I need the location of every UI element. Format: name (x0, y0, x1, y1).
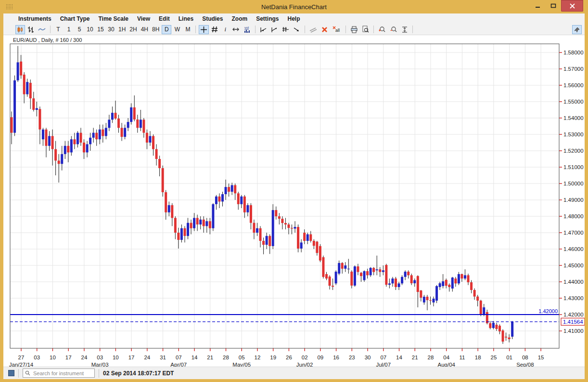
candle (83, 143, 85, 152)
price-axis-label: 1.52000 (563, 148, 584, 154)
menu-item-lines[interactable]: Lines (174, 15, 198, 22)
candle (243, 197, 246, 212)
candle (168, 205, 170, 212)
arrow-tool-button[interactable] (292, 25, 302, 34)
parallel-lines-button[interactable] (308, 25, 319, 34)
info-button[interactable]: i (220, 25, 230, 34)
candle (77, 133, 79, 145)
price-axis[interactable]: 1.580001.570001.560001.550001.540001.530… (559, 50, 585, 334)
timeframe-button-1[interactable]: 1 (64, 25, 74, 34)
candle (372, 268, 375, 272)
price-axis-label: 1.41000 (563, 328, 584, 334)
candle (489, 323, 491, 328)
candle (218, 197, 220, 202)
candle (429, 300, 432, 301)
ray-line-tool-button[interactable] (269, 25, 280, 34)
menu-item-help[interactable]: Help (283, 15, 304, 22)
ohlc-bar-chart-button[interactable] (26, 25, 36, 34)
zoom-in-button[interactable] (377, 25, 387, 34)
window-title: NetDania FinanceChart (0, 3, 588, 11)
candle (180, 228, 183, 240)
menu-item-settings[interactable]: Settings (252, 15, 283, 22)
timeframe-button-4h[interactable]: 4H (140, 25, 150, 34)
menu-item-edit[interactable]: Edit (154, 15, 174, 22)
timeframe-button-m[interactable]: M (183, 25, 192, 34)
timeframe-button-30[interactable]: 30 (106, 25, 116, 34)
timeframe-button-5[interactable]: 5 (75, 25, 84, 34)
close-button[interactable] (561, 0, 583, 12)
candle (344, 265, 346, 269)
menu-item-zoom[interactable]: Zoom (227, 15, 252, 22)
price-axis-label: 1.51000 (563, 164, 584, 170)
chart-svg[interactable]: 1.420001.580001.570001.560001.550001.540… (3, 35, 585, 367)
day-tick-label: 27 (18, 355, 25, 360)
candle (199, 220, 202, 224)
crosshair-button[interactable] (199, 25, 209, 34)
candle (445, 280, 447, 286)
candle (237, 193, 240, 204)
timeframe-button-1h[interactable]: 1H (117, 25, 127, 34)
candle (332, 286, 334, 287)
timeframe-button-10[interactable]: 10 (85, 25, 95, 34)
trendline-tool-button[interactable] (258, 25, 268, 34)
candle (193, 218, 195, 228)
candle (174, 218, 177, 233)
price-axis-label: 1.53000 (563, 132, 584, 137)
toolbar-separator (195, 26, 196, 33)
menu-item-chart-type[interactable]: Chart Type (56, 15, 94, 22)
menu-item-view[interactable]: View (133, 15, 154, 22)
fit-vertical-button[interactable] (400, 25, 409, 34)
search-box[interactable] (23, 369, 95, 378)
print-preview-button[interactable] (360, 25, 371, 34)
delete-line-button[interactable] (320, 25, 329, 34)
parallel-channel-tool-button[interactable] (281, 25, 291, 34)
print-button[interactable] (349, 25, 359, 34)
search-input[interactable] (32, 370, 92, 377)
candle (121, 128, 123, 137)
line-chart-button[interactable] (37, 25, 47, 34)
day-tick-label: 10 (50, 355, 56, 360)
candle (435, 286, 438, 301)
candle (297, 227, 299, 249)
pin-button[interactable] (572, 25, 582, 34)
timeframe-button-2h[interactable]: 2H (128, 25, 138, 34)
candle (221, 194, 224, 201)
zoom-out-button[interactable] (388, 25, 399, 34)
menu-item-time-scale[interactable]: Time Scale (94, 15, 132, 22)
candle (382, 270, 384, 272)
candle (492, 323, 495, 328)
price-axis-label: 1.49000 (563, 197, 584, 203)
timeframe-button-15[interactable]: 15 (96, 25, 105, 34)
maximize-button[interactable] (546, 0, 561, 12)
timeframe-button-8h[interactable]: 8H (151, 25, 161, 34)
day-tick-label: 14 (192, 355, 198, 360)
timeframe-button-t[interactable]: T (53, 25, 63, 34)
candle (89, 138, 91, 145)
candle (335, 272, 337, 283)
menu-item-studies[interactable]: Studies (198, 15, 227, 22)
delete-all-lines-button[interactable]: all (330, 25, 343, 34)
title-bar[interactable]: NetDania FinanceChart (0, 0, 588, 13)
candle (470, 282, 473, 290)
minimize-button[interactable] (530, 0, 546, 12)
candle (294, 227, 296, 228)
candle (102, 130, 104, 136)
candle (284, 223, 287, 224)
candle (388, 283, 391, 285)
candle (54, 149, 57, 161)
menu-item-instruments[interactable]: Instruments (14, 15, 56, 22)
day-tick-label: 30 (365, 355, 371, 360)
timeframe-button-d[interactable]: D (162, 25, 171, 34)
candle (209, 221, 211, 228)
time-axis[interactable]: 2703101724031017243107142128051219260209… (9, 348, 544, 367)
candle (70, 139, 73, 152)
expand-horizontal-button[interactable] (231, 25, 241, 34)
candle (511, 322, 513, 337)
timeframe-button-w[interactable]: W (172, 25, 182, 34)
grid-button[interactable] (210, 25, 219, 34)
volume-button[interactable]: vol (242, 25, 252, 34)
instrument-color-button[interactable] (8, 370, 14, 376)
price-axis-label: 1.58000 (563, 50, 584, 55)
candle (505, 337, 507, 338)
candlestick-chart-button[interactable] (15, 25, 25, 34)
